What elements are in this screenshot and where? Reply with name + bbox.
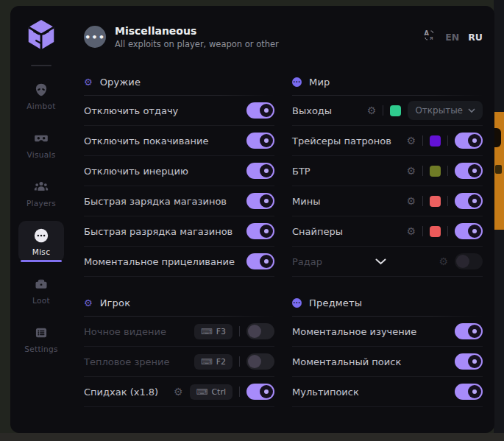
translate-icon: Aя [423, 29, 436, 45]
svg-text:я: я [430, 35, 433, 41]
toggle-night-vision[interactable] [246, 323, 274, 339]
column-left: ⚙ Оружие Отключить отдачу Отключить пока… [84, 74, 274, 425]
people-icon [33, 179, 49, 195]
hotkey-badge[interactable]: ⌨F2 [194, 354, 233, 370]
language-option-ru[interactable]: RU [468, 32, 483, 43]
sidebar-divider [31, 65, 52, 66]
sidebar-item-label: Aimbot [26, 102, 55, 110]
sidebar-item-aimbot[interactable]: Aimbot [18, 75, 64, 116]
toggle-snipers[interactable] [455, 223, 483, 239]
expand-chevron[interactable] [322, 258, 439, 265]
hotkey-label: Ctrl [211, 387, 226, 397]
app-logo-icon [24, 18, 58, 52]
toggle-fast-unload[interactable] [246, 223, 274, 239]
sidebar-item-visuals[interactable]: Visuals [18, 124, 64, 165]
hotkey-label: F2 [216, 357, 226, 367]
toggle-instant-examine[interactable] [455, 323, 483, 339]
language-switcher: Aя EN RU [423, 29, 483, 45]
content-grid: ⚙ Оружие Отключить отдачу Отключить пока… [84, 63, 483, 425]
setting-label: Отключить покачивание [84, 135, 246, 147]
sidebar-item-misc[interactable]: Misc [18, 221, 64, 262]
gear-icon[interactable]: ⚙ [406, 135, 416, 146]
hotkey-badge[interactable]: ⌨F3 [194, 324, 233, 339]
separator [447, 226, 448, 236]
gear-icon[interactable]: ⚙ [406, 226, 416, 236]
setting-row: Отключить покачивание [84, 126, 274, 156]
toggle-multi-search[interactable] [455, 384, 483, 400]
world-dots-icon: ··· [292, 77, 302, 87]
setting-row: Моментальный поиск [292, 347, 483, 377]
sidebar-item-label: Visuals [27, 150, 56, 159]
gear-icon[interactable]: ⚙ [406, 166, 416, 176]
exits-dropdown[interactable]: Открытые [408, 101, 483, 120]
toggle-instant-search[interactable] [455, 353, 483, 370]
sidebar-nav: Aimbot Visuals Players [10, 75, 72, 359]
toggle-mines[interactable] [455, 193, 483, 209]
setting-label: Спидхак (x1.8) [84, 387, 174, 398]
game-background-bottom [0, 433, 504, 441]
column-right: ··· Мир Выходы ⚙ Открытые [292, 74, 483, 425]
setting-label: Быстрая разрядка магазинов [84, 226, 246, 237]
section-title: Игрок [100, 297, 131, 308]
sidebar-item-players[interactable]: Players [18, 172, 64, 214]
color-swatch[interactable] [430, 196, 441, 207]
setting-row: Радар ⚙ [292, 247, 483, 277]
sidebar-item-loot[interactable]: Loot [18, 269, 64, 311]
setting-label: БТР [292, 166, 406, 177]
section-header: ⚙ Игрок [84, 294, 274, 311]
game-background-orange-fragment [494, 112, 504, 230]
toggle-thermal-vision[interactable] [246, 353, 274, 370]
page-subtitle: All exploits on player, weapon or other [115, 39, 279, 49]
toggle-btr[interactable] [455, 163, 483, 179]
page-header: ••• Miscellaneous All exploits on player… [84, 6, 483, 63]
setting-label: Отключить отдачу [84, 105, 246, 116]
main-area: ••• Miscellaneous All exploits on player… [72, 6, 494, 433]
toggle-radar[interactable] [455, 253, 483, 269]
list-icon [33, 325, 49, 341]
page-header-text: Miscellaneous All exploits on player, we… [115, 25, 279, 49]
gear-icon[interactable]: ⚙ [367, 105, 377, 116]
keyboard-icon: ⌨ [201, 328, 213, 336]
chevron-down-icon [468, 108, 475, 113]
color-swatch[interactable] [430, 166, 441, 177]
setting-label: Моментальное прицеливание [84, 256, 246, 267]
toggle-instant-ads[interactable] [246, 253, 274, 269]
color-swatch[interactable] [430, 135, 441, 147]
chevron-down-icon [375, 258, 386, 265]
gear-icon[interactable]: ⚙ [406, 196, 416, 206]
language-option-en[interactable]: EN [445, 32, 459, 43]
setting-row: Быстрая зарядка магазинов [84, 186, 274, 216]
setting-row: Мины ⚙ [292, 186, 483, 216]
sidebar-item-settings[interactable]: Settings [18, 318, 64, 359]
items-dots-icon: ··· [292, 298, 302, 308]
color-swatch[interactable] [390, 105, 401, 116]
gear-icon: ⚙ [84, 77, 93, 87]
sidebar-item-label: Misc [32, 247, 50, 256]
gear-icon[interactable]: ⚙ [174, 387, 183, 397]
setting-label: Мультипоиск [292, 387, 455, 398]
background-dark-mark [495, 165, 502, 174]
separator [447, 166, 448, 176]
separator [239, 326, 240, 336]
section-header: ⚙ Оружие [84, 74, 274, 90]
separator [422, 196, 423, 206]
separator [383, 105, 383, 116]
setting-row: Быстрая разрядка магазинов [84, 216, 274, 247]
toggle-no-sway[interactable] [246, 133, 274, 149]
toggle-speedhack[interactable] [246, 384, 274, 400]
separator [239, 356, 240, 367]
sidebar-item-label: Settings [24, 345, 57, 353]
setting-label: Трейсеры патронов [292, 135, 406, 147]
setting-row: Моментальное прицеливание [84, 247, 274, 277]
toggle-fast-reload[interactable] [246, 193, 274, 209]
section-header: ··· Мир [292, 74, 483, 90]
hotkey-badge[interactable]: ⌨Ctrl [190, 384, 233, 400]
gear-icon[interactable]: ⚙ [439, 256, 448, 267]
color-swatch[interactable] [430, 226, 441, 237]
toggle-bullet-tracers[interactable] [455, 133, 483, 149]
separator [422, 135, 423, 146]
toggle-no-inertia[interactable] [246, 163, 274, 179]
section-player: ⚙ Игрок Ночное видение ⌨F3 [84, 294, 274, 407]
setting-label: Мины [292, 196, 406, 207]
toggle-no-recoil[interactable] [246, 102, 274, 119]
